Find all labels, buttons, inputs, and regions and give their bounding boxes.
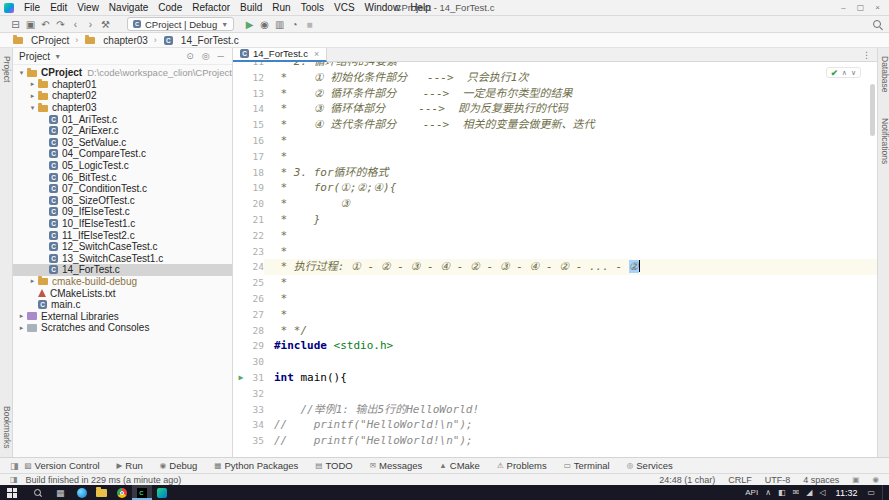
run-icon[interactable]: ▶	[242, 19, 257, 30]
back-icon[interactable]: ‹	[68, 19, 83, 30]
code-line[interactable]: 11 * 2. 循环结构的4要素	[233, 62, 877, 70]
code-line[interactable]: 17 *	[233, 149, 877, 165]
locate-file-icon[interactable]: ⊙	[184, 51, 196, 61]
tree-item-cmake-build-debug[interactable]: ▸cmake-build-debug	[13, 276, 232, 288]
tree-item-main-c[interactable]: Cmain.c	[13, 299, 232, 311]
code-line[interactable]: 20 * ③	[233, 196, 877, 212]
inspections-widget[interactable]: ✔ ∧ ∨	[826, 67, 861, 78]
editor-tab-14-fortest[interactable]: C 14_ForTest.c ×	[233, 48, 327, 62]
indent-setting[interactable]: 4 spaces	[803, 475, 839, 485]
toolwindow-messages[interactable]: ✉Messages	[370, 460, 423, 471]
show-desktop-button[interactable]	[882, 485, 885, 500]
line-separator[interactable]: CRLF	[728, 475, 752, 485]
breadcrumb-item-project[interactable]: CProject	[10, 35, 71, 46]
toolwindow-debug[interactable]: ◉Debug	[160, 460, 198, 471]
tree-item-05-logictest-c[interactable]: C05_LogicTest.c	[13, 160, 232, 172]
close-button[interactable]: ×	[875, 3, 880, 12]
code-line[interactable]: 14 * ③ 循环体部分 ---> 即为反复要执行的代码	[233, 101, 877, 117]
start-button[interactable]	[7, 488, 17, 498]
code-line[interactable]: 27 *	[233, 307, 877, 323]
code-line[interactable]: 21 * }	[233, 212, 877, 228]
tree-item-10-ifelsetest1-c[interactable]: C10_IfElseTest1.c	[13, 218, 232, 230]
tree-item-02-ariexer-c[interactable]: C02_AriExer.c	[13, 125, 232, 137]
save-all-icon[interactable]: ▣	[23, 19, 38, 30]
menu-code[interactable]: Code	[153, 2, 187, 13]
menu-view[interactable]: View	[72, 2, 104, 13]
taskbar-app-browser[interactable]	[72, 485, 92, 500]
toolwindow-stripe-project[interactable]: Project	[2, 56, 12, 82]
menu-build[interactable]: Build	[235, 2, 267, 13]
tree-item-12-switchcasetest-c[interactable]: C12_SwitchCaseTest.c	[13, 241, 232, 253]
task-view-icon[interactable]: ▦	[56, 488, 65, 498]
code-line[interactable]: 28 * */	[233, 323, 877, 339]
code-line[interactable]: 29#include <stdio.h>	[233, 338, 877, 354]
taskbar-clock[interactable]: 11:32	[836, 488, 858, 498]
search-everywhere-icon[interactable]	[873, 20, 881, 28]
toolwindow-stripe-database[interactable]: Database	[880, 56, 889, 92]
tray-network-icon[interactable]: ◢	[806, 488, 812, 497]
tray-volume-icon[interactable]: ◁	[819, 488, 825, 497]
menu-edit[interactable]: Edit	[45, 2, 72, 13]
prev-problem-icon[interactable]: ∧	[842, 69, 847, 77]
file-encoding[interactable]: UTF-8	[765, 475, 791, 485]
status-corner-icon[interactable]: ◨	[10, 475, 18, 484]
code-line[interactable]: 22 *	[233, 228, 877, 244]
tray-mail-icon[interactable]: ✉	[793, 488, 800, 497]
tree-item-13-switchcasetest1-c[interactable]: C13_SwitchCaseTest1.c	[13, 253, 232, 265]
code-line[interactable]: 24 * 执行过程: ① - ② - ③ - ④ - ② - ③ - ④ - ②…	[233, 259, 877, 275]
tray-text[interactable]: API	[745, 488, 758, 497]
tray-chevron-icon[interactable]: ∧	[765, 488, 771, 497]
code-line[interactable]: 15 * ④ 迭代条件部分 ---> 相关的变量会做更新、迭代	[233, 117, 877, 133]
menu-tools[interactable]: Tools	[296, 2, 329, 13]
settings-icon[interactable]: ◎	[200, 51, 212, 61]
code-line[interactable]: 13 * ② 循环条件部分 ---> 一定是布尔类型的结果	[233, 86, 877, 102]
toolwindow-cmake[interactable]: ▲CMake	[439, 460, 480, 471]
taskbar-app-ide[interactable]	[152, 485, 172, 500]
code-line[interactable]: 19 * for(①;②;④){	[233, 180, 877, 196]
coverage-icon[interactable]: ▥	[272, 19, 287, 30]
lock-icon[interactable]: ▣	[852, 475, 859, 484]
project-panel-title[interactable]: Project	[19, 51, 50, 62]
debug-icon[interactable]: ◉	[257, 19, 272, 30]
maximize-button[interactable]: ▢	[857, 3, 865, 12]
tree-item-07-conditiontest-c[interactable]: C07_ConditionTest.c	[13, 183, 232, 195]
profiler-icon[interactable]: ◔	[287, 19, 302, 30]
menu-navigate[interactable]: Navigate	[104, 2, 153, 13]
code-line[interactable]: 23 *	[233, 244, 877, 260]
minimize-button[interactable]: –	[841, 3, 845, 12]
code-line[interactable]: 34// printf("HelloWorld!\n");	[233, 417, 877, 433]
taskbar-app-explorer[interactable]	[92, 485, 112, 500]
tree-item-chapter02[interactable]: ▸chapter02	[13, 90, 232, 102]
toolwindow-stripe-bookmarks[interactable]: Bookmarks	[2, 406, 12, 449]
run-config-selector[interactable]: C CProject | Debug ▼	[127, 17, 234, 31]
code-line[interactable]: 33 //举例1: 输出5行的HelloWorld!	[233, 402, 877, 418]
tree-item-cmakelists-txt[interactable]: CMakeLists.txt	[13, 287, 232, 299]
tree-item-14-fortest-c[interactable]: C14_ForTest.c	[13, 264, 232, 276]
status-message[interactable]: Build finished in 229 ms (a minute ago)	[26, 475, 182, 485]
stop-icon[interactable]: ■	[302, 19, 317, 30]
tree-item-11-ifelsetest2-c[interactable]: C11_IfElseTest2.c	[13, 229, 232, 241]
toolwindow-switcher-icon[interactable]: ◨	[4, 461, 25, 471]
menu-vcs[interactable]: VCS	[329, 2, 360, 13]
tray-shield-icon[interactable]: ◧	[778, 488, 786, 497]
toolwindow-todo[interactable]: ▤TODO	[315, 460, 352, 471]
code-area[interactable]: 11 * 2. 循环结构的4要素12 * ① 初始化条件部分 ---> 只会执行…	[233, 62, 877, 457]
tree-item-chapter01[interactable]: ▸chapter01	[13, 79, 232, 91]
build-icon[interactable]: ⚒	[98, 19, 113, 30]
toolwindow-services[interactable]: ◎Services	[627, 460, 673, 471]
toolwindow-python-packages[interactable]: ▦Python Packages	[214, 460, 298, 471]
menu-refactor[interactable]: Refactor	[187, 2, 235, 13]
toolwindow-run[interactable]: ▶Run	[117, 460, 143, 471]
hide-panel-icon[interactable]: ─	[216, 51, 226, 61]
code-line[interactable]: 35// printf("HelloWorld!\n");	[233, 433, 877, 449]
taskbar-app-chrome[interactable]	[112, 485, 132, 500]
next-problem-icon[interactable]: ∨	[851, 69, 856, 77]
toolwindow-stripe-notifications[interactable]: Notifications	[880, 118, 889, 164]
tree-item-01-aritest-c[interactable]: C01_AriTest.c	[13, 113, 232, 125]
notifications-bell-icon[interactable]: ◉	[872, 475, 879, 484]
caret-position[interactable]: 24:48 (1 char)	[659, 475, 715, 485]
redo-icon[interactable]: ↷	[53, 19, 68, 30]
code-line[interactable]: 25 *	[233, 275, 877, 291]
undo-icon[interactable]: ↶	[38, 19, 53, 30]
forward-icon[interactable]: ›	[83, 19, 98, 30]
